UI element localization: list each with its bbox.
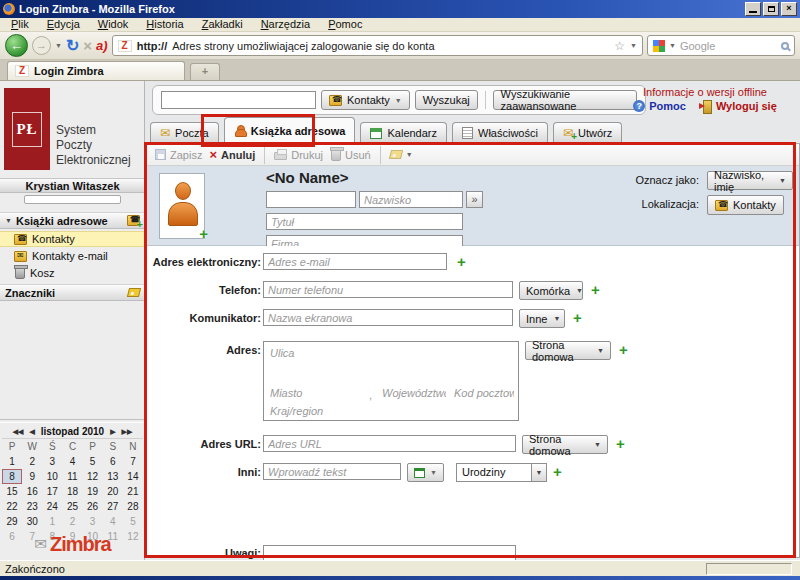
chevron-down-icon[interactable]: ▼ bbox=[532, 463, 547, 482]
tab-kalendarz[interactable]: Kalendarz bbox=[360, 122, 447, 143]
logout-link[interactable]: Wyloguj się bbox=[700, 100, 777, 112]
email-field[interactable] bbox=[263, 253, 447, 270]
calendar-day[interactable]: 2 bbox=[22, 454, 42, 469]
calendar-day[interactable]: 25 bbox=[62, 499, 82, 514]
calendar-day[interactable]: 15 bbox=[2, 484, 22, 499]
calendar-day[interactable]: 3 bbox=[83, 514, 103, 529]
delete-button[interactable]: Usuń bbox=[330, 149, 371, 161]
menu-item[interactable]: Zakładki bbox=[193, 18, 252, 31]
new-addressbook-icon[interactable] bbox=[127, 215, 140, 226]
cancel-button[interactable]: × Anuluj bbox=[209, 149, 255, 161]
restore-button[interactable] bbox=[763, 2, 779, 16]
bookmark-star-icon[interactable] bbox=[614, 39, 625, 53]
zimbra-logo[interactable]: ✉ Zimbra bbox=[0, 533, 145, 556]
address-type-dropdown[interactable]: Strona domowa bbox=[525, 341, 611, 360]
calendar-next-year-icon[interactable]: ▶▶ bbox=[122, 428, 133, 436]
calendar-day[interactable]: 19 bbox=[83, 484, 103, 499]
collapse-arrow-icon[interactable]: ▼ bbox=[5, 217, 12, 224]
calendar-day[interactable]: 7 bbox=[123, 454, 143, 469]
calendar-day[interactable]: 5 bbox=[83, 454, 103, 469]
calendar-day[interactable]: 16 bbox=[22, 484, 42, 499]
calendar-day[interactable]: 4 bbox=[62, 454, 82, 469]
avatar[interactable] bbox=[159, 173, 205, 239]
other-field[interactable] bbox=[263, 463, 401, 480]
country-field[interactable] bbox=[268, 404, 388, 418]
url-dropdown-icon[interactable]: ▼ bbox=[630, 42, 637, 49]
calendar-day[interactable]: 28 bbox=[123, 499, 143, 514]
url-type-dropdown[interactable]: Strona domowa bbox=[522, 435, 608, 454]
job-title-field[interactable] bbox=[266, 213, 463, 230]
sidebar-item-kontakty-email[interactable]: Kontakty e-mail bbox=[0, 248, 145, 264]
tab-ksiazka-adresowa[interactable]: Książka adresowa bbox=[224, 117, 356, 143]
other-type-combo[interactable]: Urodziny ▼ bbox=[456, 463, 547, 482]
search-button[interactable]: Wyszukaj bbox=[415, 90, 478, 110]
refresh-button[interactable]: ↻ bbox=[66, 38, 79, 54]
menu-item[interactable]: Widok bbox=[89, 18, 138, 31]
back-button[interactable]: ← bbox=[5, 34, 28, 57]
calendar-day[interactable]: 18 bbox=[62, 484, 82, 499]
menu-item[interactable]: Historia bbox=[137, 18, 192, 31]
browser-tab[interactable]: Login Zimbra bbox=[7, 61, 185, 80]
street-field[interactable] bbox=[268, 346, 448, 360]
calendar-prev-month-icon[interactable]: ◀ bbox=[29, 428, 34, 436]
tag-button[interactable]: ▼ bbox=[390, 150, 413, 159]
state-field[interactable] bbox=[380, 386, 448, 400]
menu-item[interactable]: Plik bbox=[2, 18, 38, 31]
tab-poczta[interactable]: ✉ Poczta bbox=[150, 122, 219, 143]
calendar-day[interactable]: 3 bbox=[42, 454, 62, 469]
calendar-day[interactable]: 11 bbox=[62, 469, 82, 484]
calendar-day[interactable]: 29 bbox=[2, 514, 22, 529]
file-as-dropdown[interactable]: Nazwisko, imię bbox=[707, 171, 793, 190]
calendar-day[interactable]: 21 bbox=[123, 484, 143, 499]
minimize-button[interactable] bbox=[745, 2, 761, 16]
add-phone-icon[interactable] bbox=[591, 283, 600, 297]
forward-button[interactable]: → bbox=[32, 36, 51, 55]
first-name-field[interactable] bbox=[266, 191, 356, 208]
calendar-day[interactable]: 6 bbox=[103, 454, 123, 469]
calendar-day[interactable]: 23 bbox=[22, 499, 42, 514]
calendar-day[interactable]: 9 bbox=[22, 469, 42, 484]
calendar-day[interactable]: 30 bbox=[22, 514, 42, 529]
calendar-day[interactable]: 14 bbox=[123, 469, 143, 484]
help-link[interactable]: Pomoc bbox=[633, 100, 686, 112]
calendar-day[interactable]: 24 bbox=[42, 499, 62, 514]
calendar-day[interactable]: 1 bbox=[42, 514, 62, 529]
menu-item[interactable]: Edycja bbox=[38, 18, 89, 31]
tab-wlasciwosci[interactable]: Właściwości bbox=[452, 122, 548, 143]
add-other-icon[interactable] bbox=[553, 465, 562, 479]
location-button[interactable]: Kontakty bbox=[707, 195, 784, 215]
calendar-day[interactable]: 27 bbox=[103, 499, 123, 514]
last-name-field[interactable] bbox=[359, 191, 463, 208]
calendar-day[interactable]: 2 bbox=[62, 514, 82, 529]
zip-field[interactable] bbox=[452, 386, 516, 400]
history-dropdown-icon[interactable]: ▼ bbox=[55, 42, 62, 49]
menu-item[interactable]: Pomoc bbox=[319, 18, 371, 31]
tab-utworz[interactable]: ✉ Utwórz bbox=[553, 122, 622, 143]
addon-icon[interactable]: a) bbox=[96, 38, 108, 53]
search-scope-button[interactable]: Kontakty ▼ bbox=[321, 90, 410, 110]
calendar-day[interactable]: 22 bbox=[2, 499, 22, 514]
stop-button[interactable]: × bbox=[83, 37, 92, 54]
calendar-day[interactable]: 10 bbox=[42, 469, 62, 484]
add-url-icon[interactable] bbox=[616, 437, 625, 451]
expand-names-button[interactable]: » bbox=[466, 191, 483, 208]
calendar-day[interactable]: 1 bbox=[2, 454, 22, 469]
sidebar-sash[interactable] bbox=[0, 419, 145, 423]
new-tab-button[interactable]: + bbox=[190, 63, 220, 80]
address-bar[interactable]: http:// Adres strony umożliwiającej zalo… bbox=[112, 35, 643, 56]
add-email-icon[interactable] bbox=[457, 255, 466, 269]
close-button[interactable]: × bbox=[781, 2, 797, 16]
search-engine-dropdown-icon[interactable]: ▼ bbox=[669, 42, 676, 49]
menu-item[interactable]: Narzędzia bbox=[252, 18, 320, 31]
calendar-day[interactable]: 5 bbox=[123, 514, 143, 529]
calendar-day[interactable]: 20 bbox=[103, 484, 123, 499]
calendar-day[interactable]: 8 bbox=[2, 469, 22, 484]
calendar-day[interactable]: 12 bbox=[83, 469, 103, 484]
browser-search-box[interactable]: ▼ Google bbox=[647, 35, 795, 56]
sidebar-item-kosz[interactable]: Kosz bbox=[0, 265, 145, 281]
calendar-prev-year-icon[interactable]: ◀◀ bbox=[13, 428, 24, 436]
calendar-day[interactable]: 26 bbox=[83, 499, 103, 514]
new-tag-icon[interactable] bbox=[127, 288, 141, 297]
im-field[interactable] bbox=[263, 309, 513, 326]
offline-info-link[interactable]: Informacje o wersji offline bbox=[614, 86, 796, 98]
